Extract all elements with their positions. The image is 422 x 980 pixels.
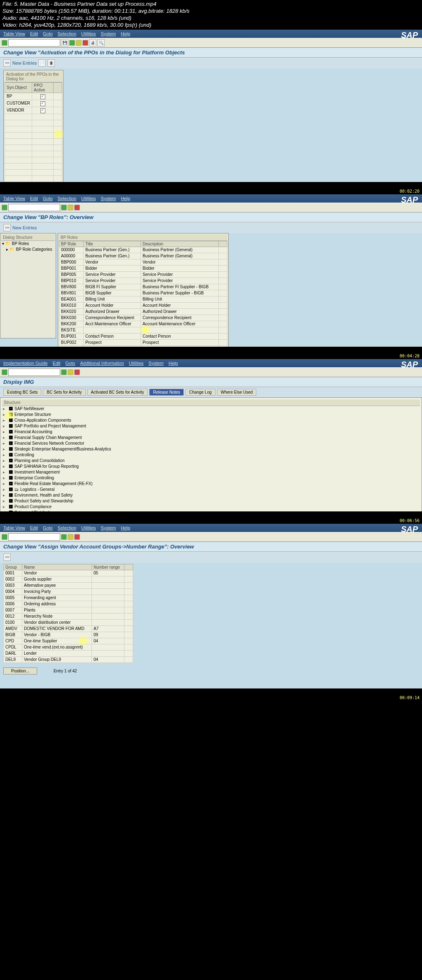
tree-node[interactable]: ▸🞓 🗂 Logistics - General — [2, 487, 420, 492]
tree-node[interactable]: ▸🞓 Strategic Enterprise Management/Busin… — [2, 446, 420, 452]
table-row[interactable]: 0004Invoicing Party — [4, 588, 133, 595]
position-button[interactable]: Position... — [3, 667, 37, 674]
table-row[interactable]: BKK020Authorized DrawerAuthorized Drawer — [59, 308, 227, 315]
tree-node[interactable]: ▸🞓 Product Compliance — [2, 504, 420, 510]
back-icon[interactable] — [69, 40, 75, 46]
display-change-icon[interactable]: 👓 — [3, 224, 11, 231]
new-entries-button[interactable]: New Entries — [12, 225, 37, 230]
table-row[interactable]: 000000Business Partner (Gen.)Business Pa… — [59, 247, 227, 253]
table-row[interactable]: 0012Hierarchy Node — [4, 613, 133, 619]
table-row[interactable]: DEL9Vendor Group DEL904 — [4, 656, 133, 663]
system-toolbar[interactable] — [0, 203, 422, 212]
table-row[interactable]: BBP000VendorVendor — [59, 259, 227, 265]
menu-bar[interactable]: Table ViewEditGotoSelectionUtilitiesSyst… — [0, 30, 422, 38]
table-row[interactable]: BEA001Billing UnitBilling Unit — [59, 296, 227, 302]
table-row[interactable]: BBV800BIGB FI SupplierBusiness Partner F… — [59, 284, 227, 290]
table-row[interactable]: 0001Vendor05 — [4, 570, 133, 576]
copy-icon[interactable]: 📄 — [38, 59, 46, 67]
tree-node[interactable]: ▸🞓 SAP Portfolio and Project Management — [2, 423, 420, 429]
cancel-icon[interactable] — [82, 40, 88, 46]
checkbox[interactable]: ✓ — [40, 108, 45, 113]
display-change-icon[interactable]: 👓 — [3, 553, 11, 561]
table-row[interactable]: BBP005Service ProviderService Provider — [59, 271, 227, 278]
new-entries-button[interactable]: New Entries — [12, 61, 37, 65]
table-row[interactable]: AMDVDOMESTIC VENDOR FOR AMDA7 — [4, 625, 133, 632]
table-row[interactable]: CPDLOne-time vend.(ext.no.assgnmt) — [4, 644, 133, 650]
system-toolbar[interactable] — [0, 367, 422, 377]
table-row[interactable]: BKK030Correspondence RecipientCorrespond… — [59, 315, 227, 321]
table-row[interactable]: DARLLender — [4, 650, 133, 656]
cancel-icon[interactable] — [74, 369, 80, 375]
checkbox[interactable]: ✓ — [40, 101, 45, 106]
table-row[interactable]: BBP010Service ProviderService Provider — [59, 278, 227, 284]
tree-node[interactable]: ▸🞓 Cross-Application Components — [2, 418, 420, 423]
table-row[interactable]: 0002Goods supplier — [4, 576, 133, 582]
menu-bar[interactable]: Table ViewEditGotoSelectionUtilitiesSyst… — [0, 524, 422, 532]
tree-node[interactable]: ▸🞓 Financial Supply Chain Management — [2, 435, 420, 441]
exit-icon[interactable] — [68, 205, 73, 210]
table-row[interactable]: BUP001Contact PersonContact Person — [59, 333, 227, 339]
app-toolbar[interactable]: 👓 — [0, 552, 422, 562]
command-field[interactable] — [8, 204, 60, 211]
menu-bar[interactable]: Table ViewEditGotoSelectionUtilitiesSyst… — [0, 194, 422, 203]
tree-node[interactable]: ▸🞓 Product Safety and Stewardship — [2, 498, 420, 504]
table-row[interactable]: BBP001BidderBidder — [59, 265, 227, 271]
tree-node[interactable]: ▸🞓 Flexible Real Estate Management (RE-F… — [2, 481, 420, 487]
command-field[interactable] — [8, 39, 60, 47]
change-log-tab[interactable]: Change Log — [185, 389, 216, 396]
menu-bar[interactable]: Implementation GuideEditGotoAdditional I… — [0, 359, 422, 367]
tree-node[interactable]: ▸🞓 Controlling — [2, 452, 420, 458]
tree-node[interactable]: ▸🞓 Financial Services Network Connector — [2, 441, 420, 446]
enter-icon[interactable] — [2, 369, 7, 375]
system-toolbar[interactable] — [0, 532, 422, 542]
tree-node[interactable]: ▸🞓 Investment Management — [2, 469, 420, 475]
system-toolbar[interactable]: 💾 🖨 🔍 — [0, 38, 422, 48]
table-row[interactable]: 0003Alternative payee — [4, 582, 133, 588]
where-else-used-tab[interactable]: Where Else Used — [217, 389, 257, 396]
tree-node[interactable]: ▸🞓 SAP NetWeaver — [2, 406, 420, 412]
enter-icon[interactable] — [2, 40, 7, 46]
activated-bc-sets-tab[interactable]: Activated BC Sets for Activity — [87, 389, 148, 396]
app-toolbar[interactable]: 👓 New Entries 📄 🗑 — [0, 58, 422, 68]
print-icon[interactable]: 🖨 — [89, 39, 96, 47]
tree-node[interactable]: ▸🞓 Environment, Health and Safety — [2, 492, 420, 498]
table-row[interactable]: 0007Plants — [4, 607, 133, 613]
tree-node[interactable]: ▸🞓 Enterprise Controlling — [2, 475, 420, 481]
tree-node[interactable]: ▸🞓 Enterprise Structure — [2, 412, 420, 418]
table-row[interactable]: BUP002ProspectProspect — [59, 339, 227, 345]
ppo-table[interactable]: Syn.ObjectPPO Active BP✓ CUSTOMER✓ VENDO… — [5, 82, 62, 194]
cancel-icon[interactable] — [74, 534, 80, 540]
table-row[interactable]: 0006Ordering address — [4, 601, 133, 607]
release-notes-tab[interactable]: Release Notes — [149, 389, 184, 396]
cancel-icon[interactable] — [74, 205, 80, 210]
table-row[interactable]: BBV801BIGB SupplierBusiness Partner Supp… — [59, 290, 227, 296]
tree-node[interactable]: ▾ 📁 BP Roles — [1, 241, 55, 247]
app-toolbar[interactable]: Existing BC Sets BC Sets for Activity Ac… — [0, 387, 422, 397]
delete-icon[interactable]: 🗑 — [47, 59, 55, 67]
bc-sets-activity-tab[interactable]: BC Sets for Activity — [43, 389, 85, 396]
table-row[interactable]: 0005Forwarding agent — [4, 595, 133, 601]
tree-node[interactable]: ▸🞓 Financial Accounting — [2, 429, 420, 435]
exit-icon[interactable] — [68, 534, 73, 540]
table-row[interactable]: BIGBVendor - BIGB09 — [4, 632, 133, 638]
enter-icon[interactable] — [2, 205, 7, 210]
command-field[interactable] — [8, 533, 60, 541]
app-toolbar[interactable]: 👓 New Entries — [0, 222, 422, 233]
back-icon[interactable] — [61, 205, 67, 210]
table-row[interactable]: A00000Business Partner (Gen.)Business Pa… — [59, 253, 227, 259]
tree-node[interactable]: ▸ 📁 BP Role Categories — [1, 247, 55, 252]
checkbox[interactable]: ✓ — [40, 94, 45, 99]
enter-icon[interactable] — [2, 534, 7, 540]
table-row[interactable]: BKK010Account HolderAccount Holder — [59, 302, 227, 308]
find-icon[interactable]: 🔍 — [97, 39, 105, 47]
tree-node[interactable]: ▸🞓 Planning and Consolidation — [2, 458, 420, 464]
vendor-groups-table[interactable]: GroupNameNumber range0001Vendor050002Goo… — [3, 564, 133, 663]
command-field[interactable] — [8, 369, 60, 376]
back-icon[interactable] — [61, 534, 67, 540]
tree-node[interactable]: ▸🞓 SAP S/4HANA for Group Reporting — [2, 464, 420, 469]
back-icon[interactable] — [61, 369, 67, 375]
save-icon[interactable]: 💾 — [61, 39, 68, 47]
exit-icon[interactable] — [68, 369, 73, 375]
existing-bc-sets-tab[interactable]: Existing BC Sets — [3, 389, 41, 396]
table-row[interactable]: CPDOne-time Supplier04 — [4, 638, 133, 644]
